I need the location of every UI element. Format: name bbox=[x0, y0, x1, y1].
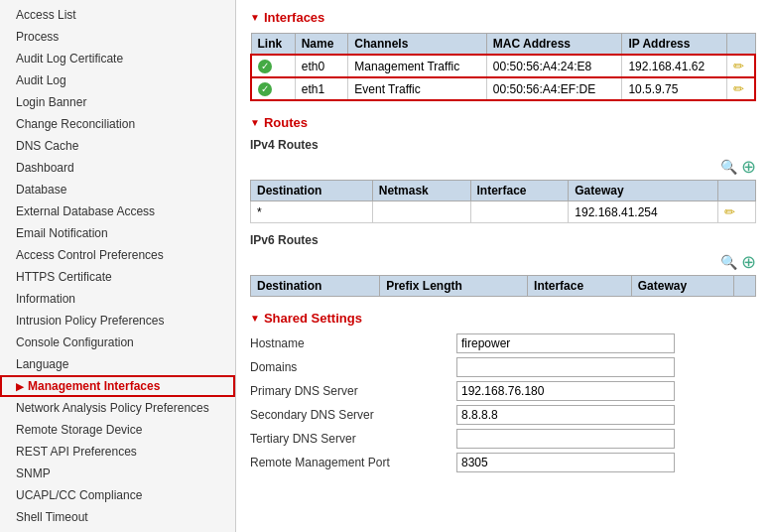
col-link: Link bbox=[251, 34, 295, 56]
sidebar-item-network-analysis-policy-preferences[interactable]: Network Analysis Policy Preferences bbox=[0, 397, 235, 419]
settings-label: Secondary DNS Server bbox=[250, 405, 449, 425]
ipv4-col-gateway: Gateway bbox=[569, 181, 718, 201]
interfaces-table: Link Name Channels MAC Address IP Addres… bbox=[250, 33, 756, 101]
ipv6-add-icon[interactable]: ⊕ bbox=[741, 251, 756, 273]
sidebar-item-database[interactable]: Database bbox=[0, 179, 235, 200]
sidebar-item-label: Remote Storage Device bbox=[16, 423, 142, 437]
settings-grid: HostnameDomainsPrimary DNS ServerSeconda… bbox=[250, 333, 756, 472]
ipv4-netmask-cell bbox=[372, 201, 470, 223]
edit-icon[interactable]: ✏ bbox=[733, 59, 744, 73]
sidebar-item-language[interactable]: Language bbox=[0, 353, 235, 375]
sidebar-item-label: DNS Cache bbox=[16, 139, 78, 153]
ipv6-col-dest: Destination bbox=[251, 276, 380, 297]
sidebar-item-label: Language bbox=[16, 357, 68, 371]
ipv4-edit-icon[interactable]: ✏ bbox=[724, 204, 735, 219]
settings-label: Tertiary DNS Server bbox=[250, 429, 449, 449]
sidebar-item-label: Network Analysis Policy Preferences bbox=[16, 401, 209, 415]
sidebar-item-process[interactable]: Process bbox=[0, 26, 235, 48]
interfaces-section: Interfaces Link Name Channels MAC Addres… bbox=[250, 10, 756, 101]
ipv6-col-prefix: Prefix Length bbox=[380, 276, 528, 297]
mac-address-cell: 00:50:56:A4:EF:DE bbox=[486, 77, 622, 100]
main-content: Interfaces Link Name Channels MAC Addres… bbox=[236, 0, 770, 532]
settings-input-domains[interactable] bbox=[456, 357, 675, 377]
col-ip: IP Address bbox=[622, 34, 726, 56]
routes-section-header: Routes bbox=[250, 115, 756, 130]
settings-input-hostname[interactable] bbox=[456, 333, 675, 353]
sidebar-item-change-reconciliation[interactable]: Change Reconciliation bbox=[0, 113, 235, 135]
settings-input-remote-management-port[interactable] bbox=[456, 453, 675, 472]
sidebar-item-label: UCAPL/CC Compliance bbox=[16, 488, 142, 502]
ipv4-actions-row: 🔍 ⊕ bbox=[250, 156, 756, 178]
sidebar-item-https-certificate[interactable]: HTTPS Certificate bbox=[0, 266, 235, 288]
interface-name-cell: eth1 bbox=[295, 77, 348, 100]
table-row: ✓eth1Event Traffic00:50:56:A4:EF:DE10.5.… bbox=[251, 77, 755, 100]
sidebar-item-label: Management Interfaces bbox=[28, 379, 160, 393]
sidebar-item-management-interfaces[interactable]: Management Interfaces bbox=[0, 375, 235, 397]
sidebar-item-external-database-access[interactable]: External Database Access bbox=[0, 200, 235, 222]
settings-label: Remote Management Port bbox=[250, 453, 449, 472]
table-row: * 192.168.41.254 ✏ bbox=[251, 201, 756, 223]
table-row: ✓eth0Management Traffic00:50:56:A4:24:E8… bbox=[251, 55, 755, 77]
sidebar-item-console-configuration[interactable]: Console Configuration bbox=[0, 332, 235, 353]
channels-cell: Event Traffic bbox=[348, 77, 486, 100]
sidebar-item-label: Audit Log Certificate bbox=[16, 52, 123, 66]
sidebar-item-label: Console Configuration bbox=[16, 335, 134, 349]
ipv6-search-icon[interactable]: 🔍 bbox=[720, 254, 737, 270]
sidebar-item-information[interactable]: Information bbox=[0, 288, 235, 310]
sidebar-item-ucapl/cc-compliance[interactable]: UCAPL/CC Compliance bbox=[0, 484, 235, 506]
sidebar-item-label: Access Control Preferences bbox=[16, 248, 164, 262]
sidebar-item-label: Information bbox=[16, 292, 75, 306]
ipv6-col-interface: Interface bbox=[528, 276, 632, 297]
shared-settings-title: Shared Settings bbox=[264, 311, 362, 326]
ipv4-col-interface: Interface bbox=[470, 181, 569, 201]
ipv6-actions-row: 🔍 ⊕ bbox=[250, 251, 756, 273]
sidebar-item-label: Login Banner bbox=[16, 95, 86, 109]
settings-input-secondary-dns-server[interactable] bbox=[456, 405, 675, 425]
col-actions bbox=[726, 34, 755, 56]
sidebar-item-audit-log-certificate[interactable]: Audit Log Certificate bbox=[0, 48, 235, 69]
ipv4-edit-cell: ✏ bbox=[718, 201, 756, 223]
edit-cell: ✏ bbox=[726, 77, 755, 100]
ipv6-routes-table: Destination Prefix Length Interface Gate… bbox=[250, 275, 756, 297]
col-name: Name bbox=[295, 34, 348, 56]
mac-address-cell: 00:50:56:A4:24:E8 bbox=[486, 55, 622, 77]
sidebar-item-label: Audit Log bbox=[16, 73, 66, 87]
routes-section: Routes IPv4 Routes 🔍 ⊕ Destination Netma… bbox=[250, 115, 756, 297]
link-status-cell: ✓ bbox=[251, 77, 295, 100]
sidebar-item-dns-cache[interactable]: DNS Cache bbox=[0, 135, 235, 157]
settings-label: Domains bbox=[250, 357, 449, 377]
sidebar-item-label: Intrusion Policy Preferences bbox=[16, 314, 164, 328]
ipv4-dest-cell: * bbox=[251, 201, 373, 223]
edit-icon[interactable]: ✏ bbox=[733, 81, 744, 96]
sidebar-item-label: SNMP bbox=[16, 466, 51, 480]
sidebar-item-rest-api-preferences[interactable]: REST API Preferences bbox=[0, 441, 235, 463]
sidebar-item-audit-log[interactable]: Audit Log bbox=[0, 69, 235, 91]
ipv4-col-dest: Destination bbox=[251, 181, 373, 201]
sidebar: Access ListProcessAudit Log CertificateA… bbox=[0, 0, 236, 532]
sidebar-item-access-control-preferences[interactable]: Access Control Preferences bbox=[0, 244, 235, 266]
ipv4-add-icon[interactable]: ⊕ bbox=[741, 156, 756, 178]
edit-cell: ✏ bbox=[726, 55, 755, 77]
sidebar-item-access-list[interactable]: Access List bbox=[0, 4, 235, 26]
ipv4-search-icon[interactable]: 🔍 bbox=[720, 159, 737, 175]
sidebar-item-dashboard[interactable]: Dashboard bbox=[0, 157, 235, 179]
interface-name-cell: eth0 bbox=[295, 55, 348, 77]
sidebar-item-label: Dashboard bbox=[16, 161, 74, 175]
sidebar-item-login-banner[interactable]: Login Banner bbox=[0, 91, 235, 113]
sidebar-item-intrusion-policy-preferences[interactable]: Intrusion Policy Preferences bbox=[0, 310, 235, 332]
sidebar-item-shell-timeout[interactable]: Shell Timeout bbox=[0, 506, 235, 528]
sidebar-item-snmp[interactable]: SNMP bbox=[0, 463, 235, 484]
interfaces-section-header: Interfaces bbox=[250, 10, 756, 25]
sidebar-item-email-notification[interactable]: Email Notification bbox=[0, 222, 235, 244]
shared-settings-section: Shared Settings HostnameDomainsPrimary D… bbox=[250, 311, 756, 472]
ipv6-routes-label: IPv6 Routes bbox=[250, 233, 756, 247]
sidebar-item-label: Access List bbox=[16, 8, 76, 22]
col-channels: Channels bbox=[348, 34, 486, 56]
settings-input-primary-dns-server[interactable] bbox=[456, 381, 675, 401]
ip-address-cell: 192.168.41.62 bbox=[622, 55, 726, 77]
settings-input-tertiary-dns-server[interactable] bbox=[456, 429, 675, 449]
sidebar-item-remote-storage-device[interactable]: Remote Storage Device bbox=[0, 419, 235, 441]
ipv4-col-netmask: Netmask bbox=[372, 181, 470, 201]
shared-settings-header: Shared Settings bbox=[250, 311, 756, 326]
sidebar-item-label: Shell Timeout bbox=[16, 510, 88, 524]
